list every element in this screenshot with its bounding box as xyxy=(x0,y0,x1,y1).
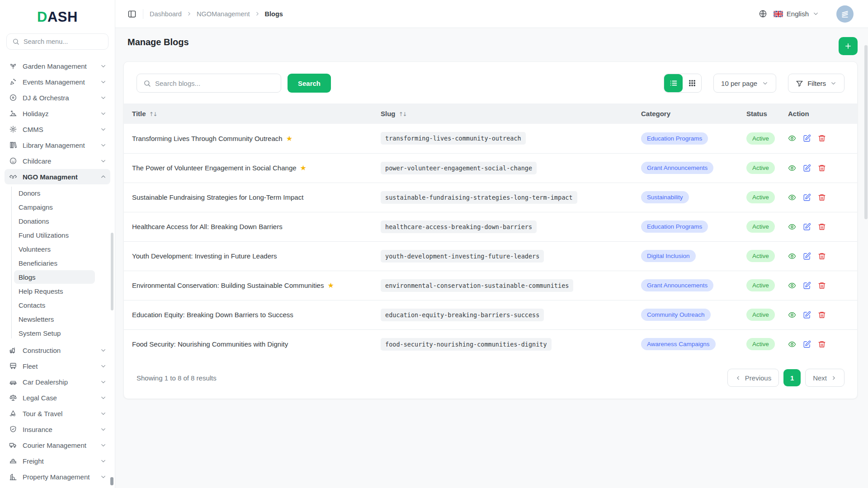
sidebar-subitem-contacts[interactable]: Contacts xyxy=(14,298,95,312)
sidebar-subitem-blogs[interactable]: Blogs xyxy=(14,270,95,284)
sidebar-item-dj-orchestra[interactable]: DJ & Orchestra xyxy=(5,90,110,105)
window-scrollbar[interactable] xyxy=(864,45,868,219)
sidebar-item-label: Car Dealership xyxy=(23,378,94,386)
delete-button[interactable] xyxy=(818,134,826,142)
blog-slug: transforming-lives-community-outreach xyxy=(381,132,526,145)
sidebar-item-cmms[interactable]: CMMS xyxy=(5,122,110,137)
sidebar-subitem-newsletters[interactable]: Newsletters xyxy=(14,312,95,326)
edit-button[interactable] xyxy=(803,282,811,290)
table-row: The Power of Volunteer Engagement in Soc… xyxy=(124,153,857,183)
blog-search-input[interactable] xyxy=(155,80,274,87)
edit-button[interactable] xyxy=(803,134,811,142)
sidebar-item-car-dealership[interactable]: Car Dealership xyxy=(5,374,110,389)
chevron-down-icon xyxy=(100,126,107,133)
previous-page-button[interactable]: Previous xyxy=(727,369,779,387)
chevron-down-icon xyxy=(100,110,107,117)
sidebar-item-property-management[interactable]: Property Management xyxy=(5,469,110,484)
search-button[interactable]: Search xyxy=(288,74,331,93)
sidebar-item-events-management[interactable]: Events Management xyxy=(5,74,110,89)
sidebar-item-library-management[interactable]: Library Management xyxy=(5,137,110,153)
sidebar-item-legal-case[interactable]: Legal Case xyxy=(5,390,110,405)
sidebar-item-label: Library Management xyxy=(23,141,94,149)
smiley-icon xyxy=(9,157,17,165)
view-button[interactable] xyxy=(788,252,796,260)
delete-button[interactable] xyxy=(818,193,826,202)
status-badge: Active xyxy=(746,338,775,350)
view-button[interactable] xyxy=(788,340,796,348)
sidebar-item-childcare[interactable]: Childcare xyxy=(5,153,110,169)
delete-button[interactable] xyxy=(818,340,826,348)
edit-button[interactable] xyxy=(803,311,811,319)
sidebar-subitem-system-setup[interactable]: System Setup xyxy=(14,326,95,340)
topbar-right: English xyxy=(759,5,854,23)
filters-button[interactable]: Filters xyxy=(788,74,844,93)
sidebar-item-label: Insurance xyxy=(23,426,94,433)
sidebar-item-freight[interactable]: Freight xyxy=(5,453,110,469)
delete-button[interactable] xyxy=(818,252,826,260)
sort-title-icon[interactable]: ↑↓ xyxy=(149,111,157,117)
delete-button[interactable] xyxy=(818,282,826,290)
blogs-table: Title↑↓ Slug↑↓ Category Status Action Tr… xyxy=(124,103,857,359)
card-toolbar: Search 10 per page Filters xyxy=(124,62,857,103)
sidebar-item-ngo-management[interactable]: NGO Managment xyxy=(5,169,110,184)
view-button[interactable] xyxy=(788,164,796,172)
language-label: English xyxy=(787,10,809,18)
card-footer: Showing 1 to 8 of 8 results Previous 1 N… xyxy=(124,359,857,399)
sort-slug-icon[interactable]: ↑↓ xyxy=(399,111,406,117)
sidebar-subitem-fund-utilizations[interactable]: Fund Utilizations xyxy=(14,228,95,242)
menu-search-input[interactable] xyxy=(24,38,103,45)
sidebar-item-label: Freight xyxy=(23,457,94,465)
list-view-button[interactable] xyxy=(664,74,683,92)
per-page-select[interactable]: 10 per page xyxy=(713,74,776,93)
list-icon xyxy=(670,79,678,87)
delete-button[interactable] xyxy=(818,164,826,172)
breadcrumb-ngomanagement[interactable]: NGOManagement xyxy=(197,10,250,18)
sidebar-item-garden-management[interactable]: Garden Management xyxy=(5,58,110,74)
edit-button[interactable] xyxy=(803,223,811,231)
add-blog-button[interactable] xyxy=(839,37,858,55)
sidebar-toggle-icon[interactable] xyxy=(127,9,137,19)
page-1-button[interactable]: 1 xyxy=(783,369,801,386)
edit-button[interactable] xyxy=(803,164,811,172)
sidebar-item-courier-management[interactable]: Courier Management xyxy=(5,437,110,453)
edit-button[interactable] xyxy=(803,340,811,348)
edit-icon xyxy=(803,193,811,202)
view-button[interactable] xyxy=(788,282,796,290)
language-selector[interactable]: English xyxy=(774,10,819,18)
holiday-icon xyxy=(9,109,17,117)
chevron-down-icon xyxy=(100,458,107,465)
sidebar-scrollbar[interactable] xyxy=(111,233,113,310)
delete-button[interactable] xyxy=(818,223,826,231)
header-slug: Slug↑↓ xyxy=(373,103,633,124)
edit-button[interactable] xyxy=(803,193,811,202)
view-button[interactable] xyxy=(788,311,796,319)
uk-flag-icon xyxy=(774,11,783,17)
breadcrumb-dashboard[interactable]: Dashboard xyxy=(150,10,182,18)
category-badge: Grant Announcements xyxy=(641,279,713,291)
view-button[interactable] xyxy=(788,223,796,231)
grid-icon xyxy=(688,79,696,87)
next-page-button[interactable]: Next xyxy=(805,369,844,387)
avatar[interactable] xyxy=(836,5,854,23)
sidebar-item-fleet[interactable]: Fleet xyxy=(5,358,110,374)
sidebar-subitem-campaigns[interactable]: Campaigns xyxy=(14,200,95,214)
grid-view-button[interactable] xyxy=(683,74,701,92)
sidebar-item-construction[interactable]: Construction xyxy=(5,343,110,358)
sidebar-item-tour-travel[interactable]: Tour & Travel xyxy=(5,406,110,421)
sidebar-subitem-volunteers[interactable]: Volunteers xyxy=(14,242,95,256)
sidebar-subitem-beneficiaries[interactable]: Beneficiaries xyxy=(14,256,95,270)
library-icon xyxy=(9,141,17,149)
sidebar-subitem-donors[interactable]: Donors xyxy=(14,186,95,200)
sidebar-subitem-donations[interactable]: Donations xyxy=(14,214,95,228)
edit-button[interactable] xyxy=(803,252,811,260)
view-button[interactable] xyxy=(788,193,796,202)
view-button[interactable] xyxy=(788,134,796,142)
chevron-left-icon xyxy=(735,375,741,381)
sidebar-item-holidayz[interactable]: Holidayz xyxy=(5,106,110,121)
sidebar-item-insurance[interactable]: Insurance xyxy=(5,422,110,437)
sidebar-item-label: NGO Managment xyxy=(23,173,94,181)
sidebar-subitem-help-requests[interactable]: Help Requests xyxy=(14,284,95,298)
globe-icon[interactable] xyxy=(759,9,767,18)
delete-button[interactable] xyxy=(818,311,826,319)
sidebar-scrollbar-thumb[interactable] xyxy=(110,477,113,485)
